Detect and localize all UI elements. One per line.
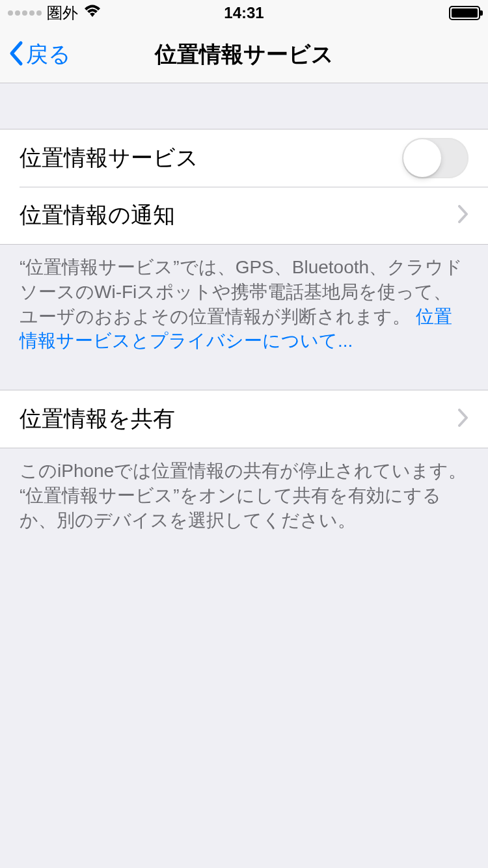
carrier-label: 圏外	[47, 3, 78, 23]
chevron-right-icon	[458, 202, 468, 229]
settings-group-2: 位置情報を共有	[0, 390, 488, 448]
chevron-left-icon	[8, 40, 23, 69]
footer-text-content: このiPhoneでは位置情報の共有が停止されています。“位置情報サービス”をオン…	[20, 461, 467, 530]
page-title: 位置情報サービス	[155, 40, 334, 70]
cell-label: 位置情報を共有	[20, 404, 175, 434]
location-services-toggle[interactable]	[402, 138, 468, 178]
battery-icon	[449, 6, 480, 20]
content-area: 位置情報サービス 位置情報の通知 “位置情報サービス”では、GPS、Blueto…	[0, 83, 488, 543]
cellular-signal-icon	[8, 10, 42, 16]
status-right	[449, 6, 480, 20]
back-button[interactable]: 戻る	[8, 40, 71, 70]
chevron-right-icon	[458, 405, 468, 433]
wifi-icon	[83, 4, 102, 22]
cell-label: 位置情報サービス	[20, 143, 198, 173]
navigation-bar: 戻る 位置情報サービス	[0, 26, 488, 83]
back-button-label: 戻る	[26, 40, 71, 70]
group-1-footer: “位置情報サービス”では、GPS、Bluetooth、クラウドソースのWi-Fi…	[0, 245, 488, 364]
settings-group-1: 位置情報サービス 位置情報の通知	[0, 129, 488, 245]
status-left: 圏外	[8, 3, 102, 23]
footer-text-content: “位置情報サービス”では、GPS、Bluetooth、クラウドソースのWi-Fi…	[20, 257, 463, 327]
location-services-cell[interactable]: 位置情報サービス	[0, 129, 488, 187]
group-2-footer: このiPhoneでは位置情報の共有が停止されています。“位置情報サービス”をオン…	[0, 448, 488, 543]
toggle-knob	[403, 139, 441, 177]
cell-label: 位置情報の通知	[20, 200, 175, 230]
status-time: 14:31	[224, 4, 264, 22]
location-alerts-cell[interactable]: 位置情報の通知	[0, 187, 488, 244]
share-location-cell[interactable]: 位置情報を共有	[0, 390, 488, 448]
status-bar: 圏外 14:31	[0, 0, 488, 26]
